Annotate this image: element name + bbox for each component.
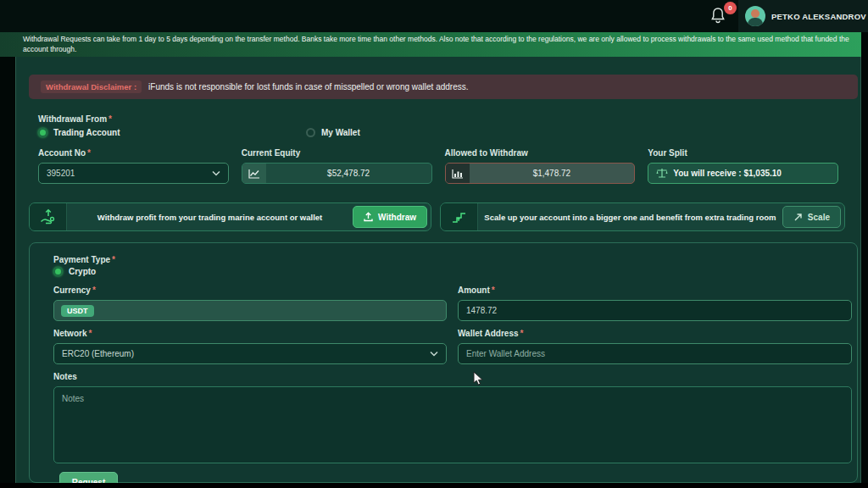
scale-banner: Scale up your account into a bigger one … [440,202,845,231]
payment-type-label: Payment Type* [53,255,115,264]
currency-label: Currency* [53,286,447,295]
stairs-up-icon [441,203,478,230]
required-asterisk: * [87,148,91,158]
required-asterisk: * [108,114,112,124]
current-equity-value: $52,478.72 [266,169,431,178]
current-equity-field: Current Equity $52,478.72 [242,148,432,184]
required-asterisk: * [520,329,524,338]
balance-scale-icon [656,168,668,179]
radio-crypto[interactable]: Crypto [53,267,96,276]
line-chart-icon [242,164,266,183]
scale-button-label: Scale [808,213,830,222]
radio-trading-account[interactable]: Trading Account [38,128,120,137]
required-asterisk: * [112,255,115,264]
notes-label: Notes [53,372,852,381]
notification-count-badge: 0 [724,2,737,14]
avatar [745,6,765,26]
withdrawal-disclaimer: Withdrawal Disclaimer : iFunds is not re… [29,75,858,99]
chevron-down-icon [212,170,220,176]
bottom-letterbox [0,483,868,488]
info-banner-text: Withdrawal Requests can take from 1 day … [23,35,849,53]
network-label: Network* [53,329,447,338]
radio-label: Trading Account [53,128,120,137]
radio-label: My Wallet [321,128,360,137]
notes-textarea[interactable] [53,386,852,463]
user-menu[interactable]: PETKO ALEKSANDROV [738,0,868,32]
wallet-address-label: Wallet Address* [458,329,852,338]
radio-my-wallet[interactable]: My Wallet [306,128,360,137]
withdrawal-from-label: Withdrawal From* [38,114,112,124]
upload-icon [364,212,373,222]
currency-field[interactable]: USDT [53,300,447,321]
your-split-box: You will receive : $1,035.10 [648,163,838,184]
account-no-value: 395201 [47,169,75,178]
wallet-address-input[interactable] [458,343,852,364]
scale-banner-text: Scale up your account into a bigger one … [478,213,782,222]
required-asterisk: * [92,286,96,295]
network-select[interactable]: ERC20 (Ethereum) [53,343,447,364]
disclaimer-text: iFunds is not responsible for lost funds… [148,82,468,92]
your-split-value: You will receive : $1,035.10 [673,169,782,178]
current-equity-box: $52,478.72 [242,163,432,184]
account-no-label: Account No* [38,148,229,158]
bar-chart-icon [446,164,470,183]
allowed-to-withdraw-field: Allowed to Withdraw $1,478.72 [445,148,636,184]
radio-dot-selected [53,267,63,276]
payment-section: Payment Type* Crypto Currency* USDT Amou… [29,242,858,483]
radio-label: Crypto [69,267,96,276]
scale-button[interactable]: Scale [782,206,841,228]
chevron-down-icon [430,351,438,357]
your-split-label: Your Split [648,148,838,158]
notification-bell-button[interactable]: 0 [710,7,731,27]
account-no-select[interactable]: 395201 [38,163,229,184]
info-banner: Withdrawal Requests can take from 1 day … [0,32,861,57]
amount-input[interactable] [458,300,852,321]
withdrawal-page: Withdrawal Disclaimer : iFunds is not re… [15,57,861,483]
disclaimer-badge: Withdrawal Disclaimer : [41,80,142,93]
hand-withdraw-icon [30,203,67,230]
radio-dot-unselected [306,128,315,137]
allowed-to-withdraw-box: $1,478.72 [445,163,636,184]
withdraw-banner: Withdraw profit from your trading marine… [29,202,431,231]
amount-label: Amount* [458,286,852,295]
required-asterisk: * [492,286,495,295]
withdraw-banner-text: Withdraw profit from your trading marine… [67,213,353,222]
radio-dot-selected [38,128,47,137]
top-bar: 0 PETKO ALEKSANDROV [0,0,868,32]
allowed-to-withdraw-value: $1,478.72 [470,169,635,178]
your-split-field: Your Split You will receive : $1,035.10 [648,148,838,184]
network-value: ERC20 (Ethereum) [62,349,134,358]
allowed-to-withdraw-label: Allowed to Withdraw [445,148,636,158]
currency-chip: USDT [61,305,94,317]
required-asterisk: * [88,329,92,338]
user-name: PETKO ALEKSANDROV [771,12,866,21]
current-equity-label: Current Equity [242,148,432,158]
account-no-field: Account No* 395201 [38,148,229,184]
withdraw-button[interactable]: Withdraw [353,206,427,228]
withdraw-button-label: Withdraw [378,213,416,222]
arrow-up-right-icon [793,213,803,222]
